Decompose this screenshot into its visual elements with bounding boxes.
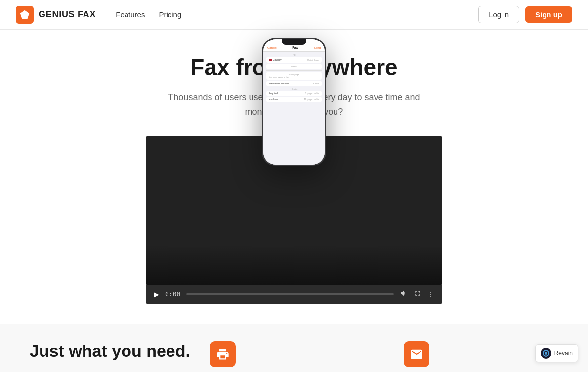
phone-divider-1 (266, 70, 322, 71)
phone-credits-title: Credits (266, 88, 322, 90)
phone-cover-value: You need pages to fax (269, 76, 319, 78)
login-button[interactable]: Log in (478, 6, 519, 23)
diamond-icon (19, 9, 30, 20)
hero-section: Fax from anywhere Thousands of users use… (0, 30, 588, 304)
bottom-icons (210, 341, 558, 367)
phone-frame: Cancel Fax Send TO Country United States (262, 38, 326, 166)
print-icon (216, 347, 230, 361)
navbar: GENIUS FAX Features Pricing Log in Sign … (0, 0, 588, 30)
print-icon-box[interactable] (210, 341, 236, 367)
phone-credits-section: Credits Required 1 page credits You have… (266, 88, 322, 102)
phone-required-row: Required 1 page credits (266, 91, 322, 96)
revain-label: Revain (554, 350, 573, 357)
video-container: Cancel Fax Send TO Country United States (146, 136, 442, 304)
phone-title: Fax (292, 46, 298, 49)
phone-preview-label: Preview document (269, 82, 289, 85)
play-button[interactable]: ▶ (154, 290, 159, 298)
phone-youhave-row: You have 10 page credits (266, 97, 322, 102)
phone-send: Send (314, 46, 321, 49)
nav-actions: Log in Sign up (478, 6, 572, 23)
phone-country-value: United States (307, 59, 319, 61)
phone-cancel: Cancel (267, 46, 277, 49)
nav-links: Features Pricing (116, 10, 181, 19)
video-controls[interactable]: ▶ 0:00 ⋮ (146, 285, 442, 304)
phone-mockup: Cancel Fax Send TO Country United States (262, 38, 326, 166)
more-options-icon[interactable]: ⋮ (427, 290, 434, 298)
logo-icon (16, 6, 34, 24)
phone-number-label: Number (269, 65, 319, 68)
phone-screen: Cancel Fax Send TO Country United States (263, 39, 325, 165)
volume-icon[interactable] (400, 289, 408, 299)
revain-logo-inner (543, 350, 549, 357)
logo-text: GENIUS FAX (39, 9, 96, 20)
video-time: 0:00 (165, 290, 180, 298)
phone-required-label: Required (269, 92, 278, 95)
phone-to-label: TO (266, 54, 322, 56)
nav-pricing[interactable]: Pricing (159, 10, 181, 19)
phone-body: TO Country United States Number (263, 52, 325, 165)
phone-preview-row: Preview document 1 page (266, 81, 322, 86)
phone-youhave-value: 10 page credits (304, 98, 319, 101)
flag-icon (269, 59, 272, 61)
phone-number-row: Number (266, 64, 322, 69)
phone-country-label: Country (273, 58, 282, 61)
revain-badge[interactable]: Revain (535, 344, 578, 362)
phone-required-value: 1 page credits (305, 92, 319, 95)
email-icon-box[interactable] (404, 341, 429, 367)
signup-button[interactable]: Sign up (525, 6, 572, 23)
phone-cover-row: Cover page You need pages to fax (266, 72, 322, 80)
phone-notch (282, 39, 306, 45)
phone-preview-value: 1 page (313, 82, 319, 84)
phone-youhave-label: You have (269, 98, 278, 101)
phone-country-row: Country United States (266, 57, 322, 63)
fullscreen-icon[interactable] (414, 289, 421, 299)
revain-logo (541, 348, 551, 359)
video-progress-bar[interactable] (186, 293, 394, 295)
email-icon (410, 347, 423, 361)
bottom-heading: Just what you need. (30, 341, 190, 361)
logo[interactable]: GENIUS FAX (16, 6, 96, 24)
nav-features[interactable]: Features (116, 10, 145, 19)
video-gradient (146, 245, 442, 285)
svg-marker-0 (20, 10, 29, 18)
bottom-section: Just what you need. (0, 324, 588, 372)
